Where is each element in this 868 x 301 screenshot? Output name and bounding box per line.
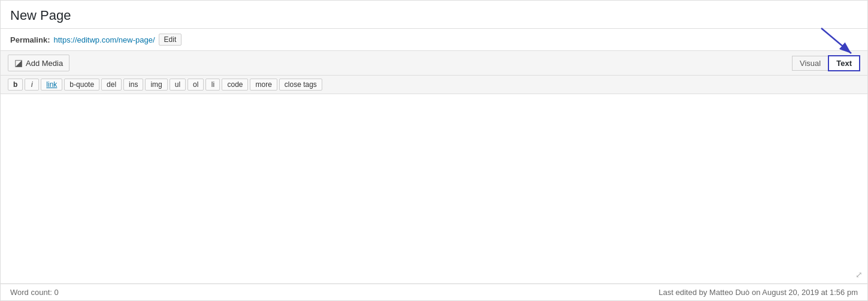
permalink-bar: Permalink: https://editwp.com/new-page/ …	[1, 29, 867, 51]
word-count: Word count: 0	[10, 288, 59, 297]
format-btn-img[interactable]: img	[145, 79, 167, 91]
format-btn-li[interactable]: li	[205, 79, 220, 91]
format-btn-ol[interactable]: ol	[187, 79, 204, 91]
word-count-value: 0	[54, 288, 58, 297]
format-btn-i[interactable]: i	[25, 79, 39, 91]
format-btn-del[interactable]: del	[101, 79, 122, 91]
tab-text[interactable]: Text	[828, 55, 860, 71]
format-btn-code[interactable]: code	[222, 79, 248, 91]
format-btn-ul[interactable]: ul	[170, 79, 186, 91]
format-btn-link[interactable]: link	[41, 79, 62, 91]
status-bar: Word count: 0 Last edited by Matteo Duò …	[1, 284, 867, 300]
format-btn-ins[interactable]: ins	[123, 79, 143, 91]
permalink-label: Permalink:	[10, 35, 50, 44]
editor-area: ⤢	[1, 94, 867, 284]
page-title: New Page	[10, 8, 858, 23]
editor-tab-wrapper: Visual Text	[792, 55, 860, 71]
word-count-label: Word count:	[10, 288, 52, 297]
tab-visual[interactable]: Visual	[792, 56, 828, 71]
last-edited-text: Last edited by Matteo Duò on August 20, …	[659, 288, 858, 297]
expand-icon[interactable]: ⤢	[855, 270, 863, 279]
format-toolbar: b i link b-quote del ins img ul ol li co…	[1, 76, 867, 94]
editor-container: New Page Permalink: https://editwp.com/n…	[0, 0, 868, 301]
format-btn-bquote[interactable]: b-quote	[64, 79, 99, 91]
editor-top-toolbar: ◪ Add Media Visual Text	[1, 51, 867, 76]
add-media-icon: ◪	[14, 58, 23, 68]
add-media-button[interactable]: ◪ Add Media	[8, 55, 69, 71]
add-media-label: Add Media	[26, 59, 63, 68]
permalink-edit-button[interactable]: Edit	[159, 34, 182, 46]
format-btn-more[interactable]: more	[250, 79, 277, 91]
page-title-bar: New Page	[1, 1, 867, 29]
format-btn-b[interactable]: b	[8, 79, 23, 91]
editor-textarea[interactable]	[1, 94, 867, 262]
permalink-url[interactable]: https://editwp.com/new-page/	[53, 35, 155, 44]
format-btn-close-tags[interactable]: close tags	[279, 79, 322, 91]
